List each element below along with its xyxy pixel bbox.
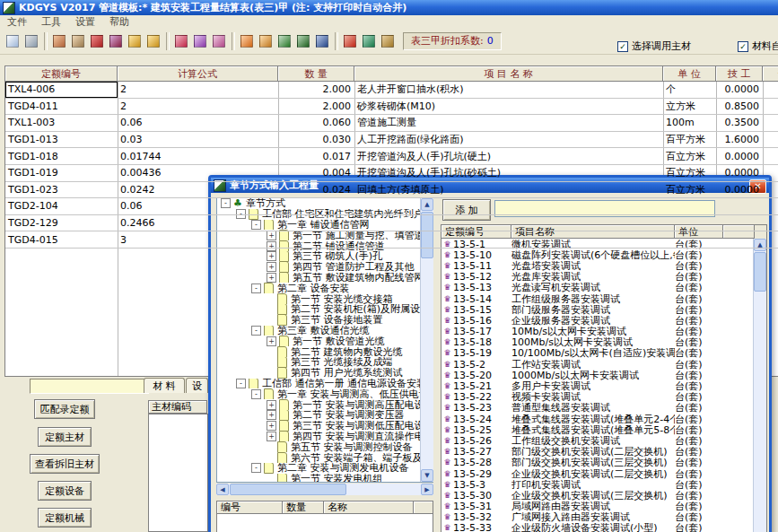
cell[interactable]: TXL1-003: [5, 115, 118, 131]
tree-horizontal-scrollbar[interactable]: ◀ ▶: [216, 484, 433, 495]
cell[interactable]: TGD2-104: [5, 198, 118, 214]
catalog-row[interactable]: ♛13-5-18100Mb/s以太网卡安装调试台(套): [441, 337, 766, 348]
quota-main-material-button[interactable]: 定额主材: [38, 427, 92, 447]
cell[interactable]: 42.: [763, 148, 778, 164]
cell[interactable]: TGD1-019: [5, 165, 118, 181]
tree-item[interactable]: +第二节 安装与调测变压器: [217, 410, 433, 421]
cell[interactable]: 0.017: [278, 148, 354, 164]
tree-item[interactable]: 第五节 安装与调测控制设备: [217, 441, 433, 452]
expand-icon[interactable]: +: [267, 336, 276, 346]
tree-item[interactable]: +第三节 安装与调测低压配电设备: [217, 421, 433, 432]
tree-item[interactable]: 第一节 安装光缆交接箱: [217, 293, 433, 304]
catalog-row[interactable]: ♛13-5-14工作组级服务器安装调试台(套): [441, 293, 766, 304]
column-header[interactable]: 单 位: [663, 66, 716, 82]
cell[interactable]: [278, 198, 354, 214]
cell[interactable]: 2.000: [278, 82, 354, 98]
table-row[interactable]: TGD1-0190.004360.004开挖管道沟及人(手)孔坑(砂砾土)百立方…: [5, 165, 778, 182]
checkbox-material-auto[interactable]: ✓材料自: [738, 39, 778, 53]
column-header[interactable]: 计算公式: [118, 66, 278, 82]
cell[interactable]: 0.03: [118, 132, 278, 148]
catalog-row[interactable]: ♛13-5-11光盘塔安装调试台(套): [441, 260, 766, 271]
tree-item[interactable]: -第三章 敷设通信光缆: [217, 326, 433, 336]
collapse-icon[interactable]: -: [251, 463, 261, 473]
tree-item[interactable]: 第二节 建筑物内敷设光缆: [217, 346, 433, 357]
cell[interactable]: 0.060: [278, 115, 354, 131]
catalog-row[interactable]: ♛13-5-2工作站安装调试台(套): [441, 359, 766, 370]
column-header[interactable]: 定额编号: [5, 66, 118, 82]
cell[interactable]: 0.3500: [716, 115, 763, 131]
toolbar-button-calc[interactable]: [238, 31, 256, 51]
toolbar-button-chart[interactable]: [360, 31, 378, 51]
toolbar-button-save[interactable]: [172, 31, 190, 51]
catalog-row[interactable]: ♛13-5-30企业级交换机安装调试(三层交换机)台(套): [441, 490, 766, 501]
cell[interactable]: 62.: [763, 165, 778, 181]
cell[interactable]: 2: [118, 82, 278, 98]
catalog-row[interactable]: ♛13-5-21多用户卡安装调试台(套): [441, 380, 766, 391]
expand-icon[interactable]: +: [267, 400, 276, 410]
toolbar-button-edit-record[interactable]: [69, 31, 87, 51]
tree-item[interactable]: -工信部 通信第一册 通信电源设备安装工程: [217, 379, 433, 389]
cell[interactable]: 0.0000: [716, 182, 763, 198]
cell[interactable]: 管道施工测量: [354, 115, 663, 131]
cell[interactable]: [354, 198, 663, 214]
cell[interactable]: 百立方米: [663, 182, 716, 198]
collapse-icon[interactable]: -: [251, 326, 261, 336]
cell[interactable]: TGD1-023: [5, 182, 118, 198]
menu-item-1[interactable]: 文件: [0, 15, 34, 29]
catalog-row[interactable]: ♛13-5-25堆叠式集线器安装调试(堆叠单元5-8个)台(套): [441, 424, 766, 435]
catalog-row[interactable]: ♛13-5-13光盘读写机安装调试台(套): [441, 283, 766, 293]
main-material-list[interactable]: [148, 414, 208, 532]
toolbar-button-add-record[interactable]: [50, 31, 68, 51]
cell[interactable]: 立方米: [663, 99, 716, 115]
menu-item-3[interactable]: 设置: [68, 15, 102, 29]
toolbar-button-delete-row[interactable]: [107, 31, 125, 51]
column-header[interactable]: 普 工: [763, 66, 778, 82]
cell[interactable]: 3: [118, 231, 278, 248]
cell[interactable]: 0.00436: [118, 165, 278, 181]
match-quota-button[interactable]: 匹配录定额: [34, 399, 95, 419]
cell[interactable]: 0.004: [278, 165, 354, 181]
cell[interactable]: 1.6000: [716, 132, 763, 148]
cell[interactable]: 1.: [763, 99, 778, 115]
expand-icon[interactable]: +: [267, 251, 276, 261]
catalog-row[interactable]: ♛13-5-28部门级交换机安装调试(三层交换机)台(套): [441, 458, 766, 468]
table-row[interactable]: TGD4-0153: [5, 231, 778, 249]
cell[interactable]: 12.: [763, 132, 778, 148]
checkbox-use-main-material[interactable]: ✓选择调用主材: [617, 39, 691, 53]
catalog-row[interactable]: ♛13-5-1710Mb/s以太网卡安装调试台(套): [441, 327, 766, 337]
tree-hscroll-thumb[interactable]: [230, 484, 346, 495]
cell[interactable]: 百平方米: [663, 132, 716, 148]
tree-item[interactable]: 第二节 安装机柜(箱)及附属设施: [217, 304, 433, 315]
expand-icon[interactable]: +: [267, 421, 276, 431]
catalog-row[interactable]: ♛13-5-201000Mb/s以太网卡安装调试台(套): [441, 370, 766, 380]
cell[interactable]: 0.0000: [716, 165, 763, 181]
table-row[interactable]: TXL1-0030.060.060管道施工测量100m0.35000.: [5, 115, 778, 132]
checkbox-box-icon[interactable]: ✓: [738, 41, 748, 52]
cell[interactable]: 2.000: [278, 99, 354, 115]
view-old-material-button[interactable]: 查看拆旧主材: [30, 454, 100, 474]
tree-item[interactable]: 第一节 安装发电机组: [217, 474, 433, 483]
column-header[interactable]: 技 工: [716, 66, 763, 82]
cell[interactable]: 0.0000: [716, 148, 763, 164]
toolbar-button-insert-row[interactable]: [88, 31, 106, 51]
toolbar-button-copy[interactable]: [191, 31, 209, 51]
cell[interactable]: 砂浆砖砌体(M10): [354, 99, 663, 115]
toolbar-button-move-down[interactable]: [144, 31, 162, 51]
cell[interactable]: [716, 198, 763, 214]
cell[interactable]: 0.8500: [716, 99, 763, 115]
catalog-row[interactable]: ♛13-5-32广域网接入路由器安装调试台(套): [441, 512, 766, 523]
cell[interactable]: 0.0000: [716, 82, 763, 98]
tree-item[interactable]: +第五节 敷设建筑物内配线管网: [217, 273, 433, 283]
cell[interactable]: 人工开挖路面(绿化路面): [354, 132, 663, 148]
tree-item[interactable]: +第三节 砌筑人(手)孔: [217, 251, 433, 262]
toolbar-button-move-up[interactable]: [126, 31, 144, 51]
catalog-row[interactable]: ♛13-5-3打印机安装调试台(套): [441, 479, 766, 490]
cell[interactable]: TGD4-015: [5, 231, 118, 248]
list-scroll-thumb[interactable]: [754, 252, 766, 292]
table-row[interactable]: TGD1-0180.017440.017开挖管道沟及人(手)孔坑(硬土)百立方米…: [5, 148, 778, 165]
cell[interactable]: TGD1-018: [5, 148, 118, 164]
expand-icon[interactable]: +: [267, 410, 276, 420]
tree-item[interactable]: 第四节 用户光缆系统测试: [217, 368, 433, 379]
toolbar-button-print[interactable]: [22, 31, 40, 51]
cell[interactable]: 开挖管道沟及人(手)孔坑(砂砾土): [354, 165, 663, 181]
